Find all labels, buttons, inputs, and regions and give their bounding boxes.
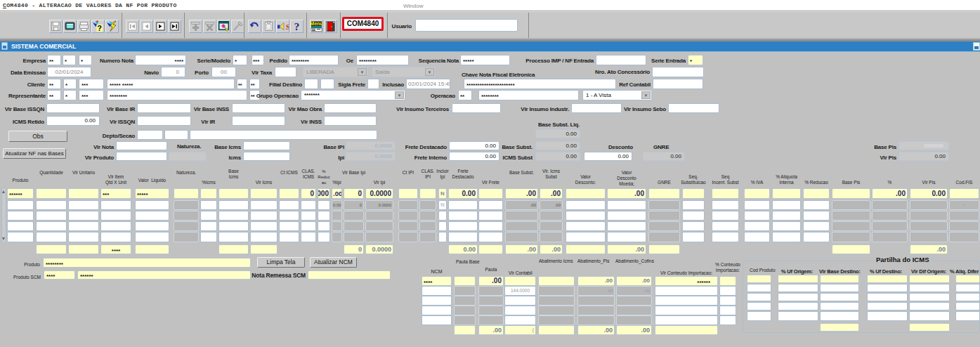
svg-text:?: ? <box>97 24 102 32</box>
svg-text:S: S <box>286 23 289 31</box>
svg-text:?: ? <box>294 21 300 32</box>
svg-text:Menu: Menu <box>311 21 322 26</box>
